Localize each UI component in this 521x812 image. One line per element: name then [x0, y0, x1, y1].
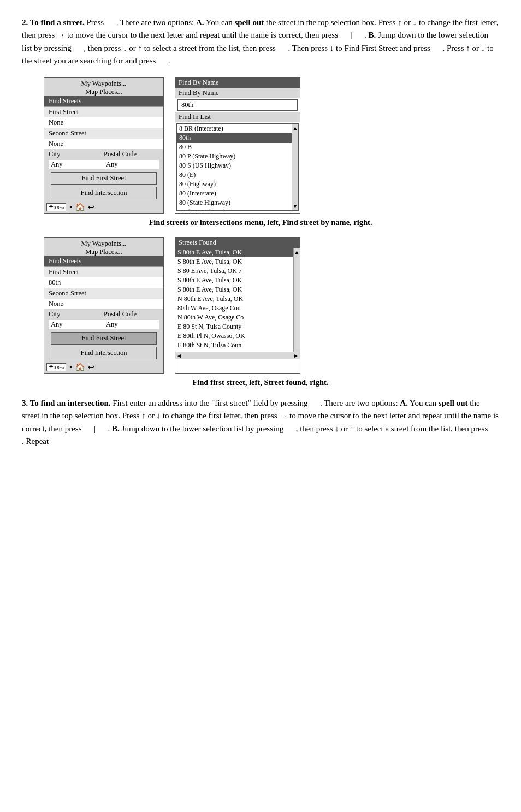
- map-zigzag-icon-1: ☂0.8mi: [46, 203, 66, 211]
- right-panel-1: Find By Name Find By Name 80th Find In L…: [175, 77, 300, 214]
- city-val-row-1: Any Any: [44, 159, 163, 170]
- list-item[interactable]: E 80th St N, Tulsa Coun: [175, 341, 300, 350]
- nav-turn-icon-2: ↩: [88, 363, 94, 372]
- city-postal-row-2: City Postal Code: [44, 309, 163, 319]
- list-item[interactable]: 80th W Ave, Osage Cou: [175, 304, 300, 313]
- scrollbar-v-2[interactable]: ▲: [293, 248, 300, 352]
- second-street-label-1: Second Street: [44, 128, 163, 139]
- city-val-2: Any: [49, 320, 104, 329]
- list-item[interactable]: 8 BR (Interstate): [177, 124, 298, 133]
- map-zigzag-icon-2: ☂0.8mi: [46, 363, 66, 371]
- find-by-name-items-1: 8 BR (Interstate)80th80 B80 P (State Hig…: [177, 124, 298, 211]
- scrollbar-h-1[interactable]: ◄ ►: [175, 352, 300, 359]
- list-item[interactable]: S 80th E Ave, Tulsa, OK: [175, 257, 300, 266]
- para3-bold: To find an intersection.: [30, 399, 111, 407]
- postal-label-2: Postal Code: [104, 310, 159, 318]
- nav-icons-2: ☂0.8mi • 🏠 ↩: [44, 361, 163, 373]
- city-postal-row-1: City Postal Code: [44, 149, 163, 159]
- right-panel-2: Streets Found S 80th E Ave, Tulsa, OKS 8…: [175, 237, 300, 374]
- list-item[interactable]: 80 (Interstate): [177, 189, 298, 198]
- list-item[interactable]: 80 (Highway): [177, 180, 298, 189]
- diagrams-row-2: My Waypoints... Map Places... Find Stree…: [44, 237, 499, 374]
- nav-dot-icon-1: •: [69, 203, 72, 212]
- para1-text: Press . There are two options: A. You ca…: [22, 18, 499, 65]
- city-label-1: City: [49, 150, 104, 158]
- list-item[interactable]: 80 S (US Highway): [177, 161, 298, 170]
- list-item[interactable]: E 80 St N, Tulsa County: [175, 322, 300, 331]
- postal-val-1: Any: [104, 160, 159, 169]
- first-street-label-2: First Street: [44, 266, 163, 277]
- list-item[interactable]: S 80th E Ave, Tulsa, OK: [175, 276, 300, 285]
- paragraph-1: 2. To find a street. Press . There are t…: [22, 16, 499, 67]
- left-panel-1: My Waypoints... Map Places... Find Stree…: [44, 77, 164, 214]
- streets-found-items: S 80th E Ave, Tulsa, OKS 80th E Ave, Tul…: [175, 248, 300, 352]
- find-intersection-btn-2[interactable]: Find Intersection: [51, 347, 157, 359]
- list-item[interactable]: E 80th Pl N, Owasso, OK: [175, 331, 300, 341]
- city-val-row-2: Any Any: [44, 319, 163, 330]
- first-street-val-2: 80th: [44, 277, 163, 288]
- nav-house-icon-1: 🏠: [75, 203, 85, 212]
- postal-val-2: Any: [104, 320, 159, 329]
- first-street-val-1: None: [44, 117, 163, 128]
- list-item[interactable]: 80 (State Highway): [177, 198, 298, 208]
- second-street-val-1: None: [44, 139, 163, 149]
- paragraph-3: 3. To find an intersection. First enter …: [22, 397, 499, 448]
- para1-bold: To find a street.: [30, 18, 85, 27]
- find-first-street-btn-1[interactable]: Find First Street: [51, 172, 157, 185]
- map-places-label-2: Map Places...: [49, 248, 159, 256]
- second-street-label-2: Second Street: [44, 288, 163, 299]
- list-item[interactable]: E 80th Ct N, Owasso, OK: [175, 350, 300, 352]
- city-val-1: Any: [49, 160, 104, 169]
- find-by-name-sub-1: Find By Name: [175, 88, 300, 98]
- nav-icons-1: ☂0.8mi • 🏠 ↩: [44, 201, 163, 213]
- find-by-name-header-1: Find By Name: [175, 78, 300, 88]
- nav-turn-icon-1: ↩: [88, 203, 94, 212]
- second-street-val-2: None: [44, 299, 163, 309]
- streets-found-list: S 80th E Ave, Tulsa, OKS 80th E Ave, Tul…: [175, 248, 300, 352]
- caption-2: Find first street, left, Street found, r…: [22, 378, 499, 387]
- postal-label-1: Postal Code: [104, 150, 159, 158]
- scroll-arrow-up-2[interactable]: ▲: [294, 249, 300, 255]
- streets-found-header: Streets Found: [175, 238, 300, 248]
- search-box-1[interactable]: 80th: [177, 99, 298, 111]
- waypoints-label-2: My Waypoints...: [49, 240, 159, 248]
- find-in-list-1: Find In List: [175, 112, 300, 122]
- list-item[interactable]: S 80th E Ave, Tulsa, OK: [175, 248, 300, 257]
- city-label-2: City: [49, 310, 104, 318]
- list-item[interactable]: 80 (E): [177, 170, 298, 180]
- list-item[interactable]: N 80th W Ave, Osage Co: [175, 313, 300, 322]
- map-places-label-1: Map Places...: [49, 88, 159, 96]
- list-item[interactable]: N 80th E Ave, Tulsa, OK: [175, 294, 300, 304]
- list-item[interactable]: 80th: [177, 133, 298, 143]
- menu-top-1: My Waypoints... Map Places...: [44, 78, 163, 96]
- list-item[interactable]: 80 P (State Highway): [177, 152, 298, 161]
- list-item[interactable]: 80 B: [177, 143, 298, 152]
- find-streets-bar-2: Find Streets: [44, 256, 163, 266]
- nav-house-icon-2: 🏠: [75, 363, 85, 372]
- scroll-left-arrow[interactable]: ◄: [175, 353, 183, 359]
- find-by-name-list-1: 8 BR (Interstate)80th80 B80 P (State Hig…: [176, 123, 299, 211]
- para1-num: 2. To find a street.: [22, 18, 85, 27]
- scroll-arrow-dn-1[interactable]: ▼: [292, 203, 298, 209]
- list-item[interactable]: 80 (US Highway): [177, 208, 298, 211]
- menu-top-2: My Waypoints... Map Places...: [44, 238, 163, 256]
- scrollbar-v-1[interactable]: ▲ ▼: [292, 124, 298, 210]
- list-item[interactable]: S 80 E Ave, Tulsa, OK 7: [175, 266, 300, 276]
- diagrams-row-1: My Waypoints... Map Places... Find Stree…: [44, 77, 499, 214]
- find-first-street-btn-2[interactable]: Find First Street: [51, 332, 157, 345]
- scroll-right-arrow[interactable]: ►: [292, 353, 300, 359]
- list-item[interactable]: S 80th E Ave, Tulsa, OK: [175, 285, 300, 294]
- caption-1: Find streets or intersections menu, left…: [22, 218, 499, 227]
- find-intersection-btn-1[interactable]: Find Intersection: [51, 187, 157, 199]
- waypoints-label-1: My Waypoints...: [49, 80, 159, 88]
- find-streets-bar-1: Find Streets: [44, 96, 163, 106]
- left-panel-2: My Waypoints... Map Places... Find Stree…: [44, 237, 164, 374]
- first-street-label-1: First Street: [44, 106, 163, 117]
- nav-dot-icon-2: •: [69, 363, 72, 372]
- scroll-arrow-up-1[interactable]: ▲: [292, 125, 298, 131]
